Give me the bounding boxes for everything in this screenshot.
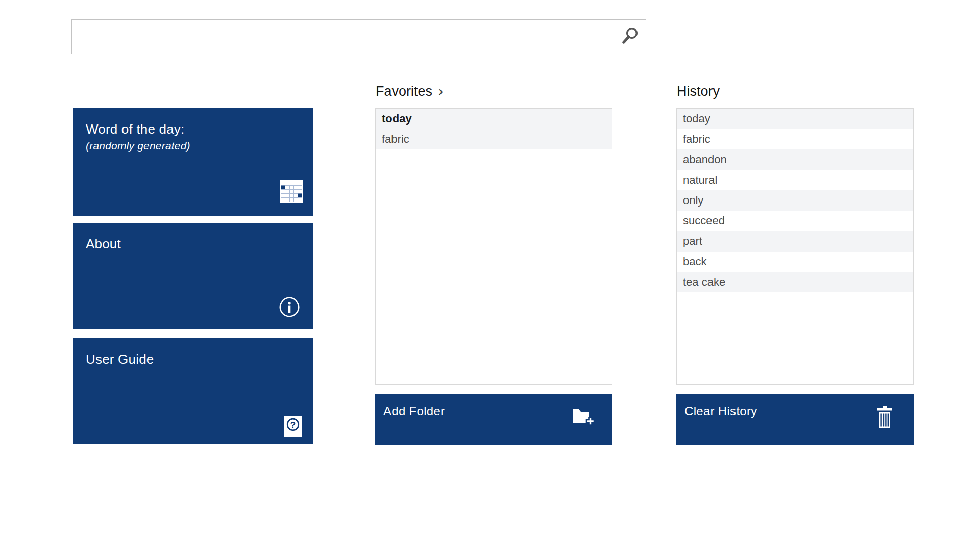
- chevron-right-icon: ›: [438, 84, 443, 99]
- history-item[interactable]: succeed: [677, 211, 913, 231]
- history-list: todayfabricabandonnaturalonlysucceedpart…: [676, 108, 914, 385]
- history-title: History: [677, 84, 720, 99]
- history-item[interactable]: part: [677, 231, 913, 252]
- history-item[interactable]: back: [677, 252, 913, 272]
- history-item[interactable]: fabric: [677, 129, 913, 149]
- user-guide-tile[interactable]: User Guide ?: [73, 338, 313, 444]
- history-item[interactable]: only: [677, 190, 913, 211]
- help-icon: ?: [284, 416, 302, 437]
- favorites-list: todayfabric: [375, 108, 612, 385]
- history-item[interactable]: tea cake: [677, 272, 913, 292]
- trash-icon: [877, 405, 892, 429]
- search-button[interactable]: [618, 21, 642, 52]
- search-icon: [621, 27, 639, 46]
- tile-title: Word of the day:: [86, 121, 185, 137]
- info-icon: [279, 296, 300, 318]
- word-of-the-day-tile[interactable]: Word of the day: (randomly generated): [73, 108, 313, 216]
- history-item[interactable]: natural: [677, 170, 913, 190]
- app-window: Word of the day: (randomly generated): [0, 0, 980, 551]
- search-input[interactable]: [72, 20, 618, 54]
- clear-history-button[interactable]: Clear History: [676, 394, 914, 445]
- history-header: History: [677, 84, 720, 99]
- search-bar: [71, 19, 646, 54]
- tile-title: User Guide: [86, 352, 154, 367]
- svg-text:?: ?: [290, 420, 296, 430]
- about-tile[interactable]: About: [73, 223, 313, 329]
- favorites-header[interactable]: Favorites›: [376, 84, 443, 99]
- add-folder-button[interactable]: Add Folder: [375, 394, 612, 445]
- calendar-icon: [280, 180, 303, 203]
- history-item[interactable]: abandon: [677, 149, 913, 170]
- clear-history-label: Clear History: [684, 404, 757, 418]
- favorites-title: Favorites: [376, 84, 432, 99]
- tile-subtitle: (randomly generated): [86, 140, 190, 152]
- tile-title: About: [86, 236, 121, 252]
- add-folder-icon: [572, 407, 595, 427]
- add-folder-label: Add Folder: [383, 404, 445, 418]
- history-item[interactable]: today: [677, 109, 913, 129]
- favorites-item[interactable]: today: [376, 109, 612, 129]
- favorites-item[interactable]: fabric: [376, 129, 612, 149]
